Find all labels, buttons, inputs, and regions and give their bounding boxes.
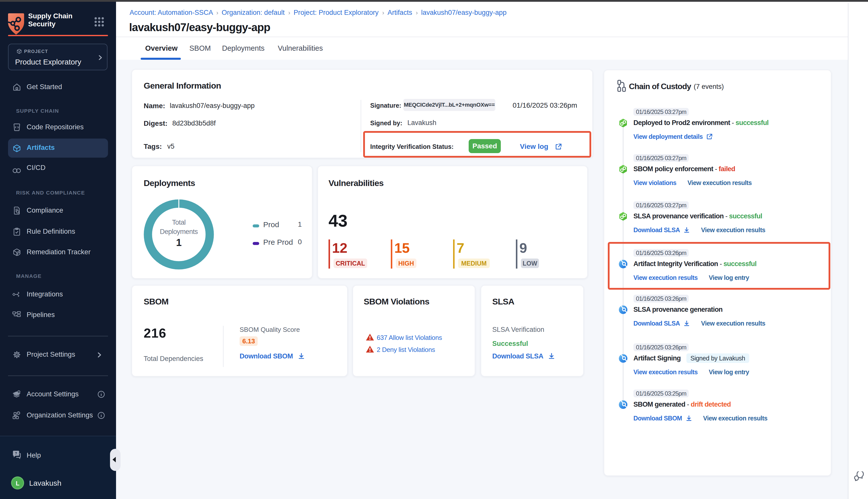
- svg-text:?: ?: [15, 451, 17, 455]
